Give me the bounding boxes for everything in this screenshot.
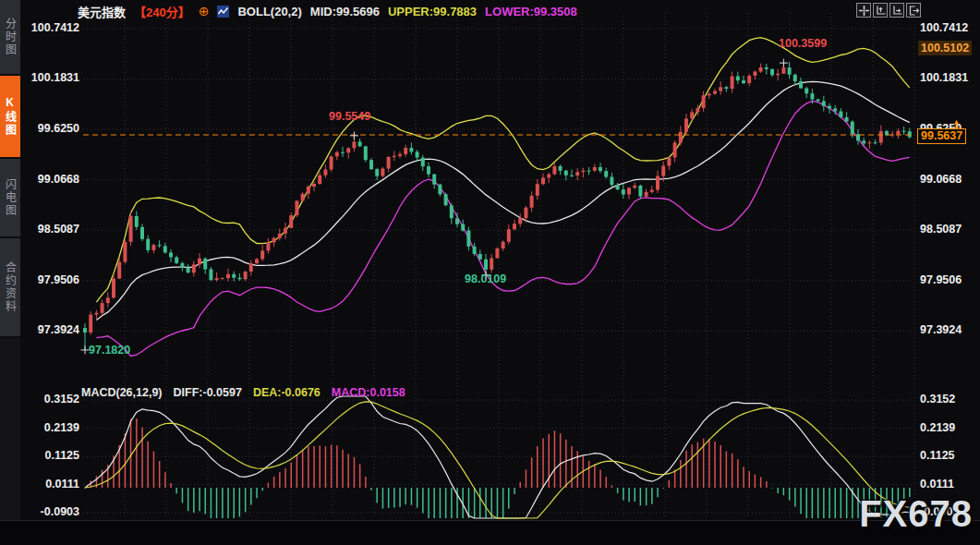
macd-tick-right: 0.1125 <box>920 449 977 463</box>
extreme-price-label: 98.0109 <box>465 272 506 285</box>
sidebar-tab-2[interactable]: K线图 <box>0 76 20 159</box>
exit-chart-icon[interactable] <box>906 3 921 18</box>
chart-header: 美元指数 【240分】 ⊕ BOLL(20,2) MID:99.5696 UPP… <box>78 3 577 20</box>
sidebar-tab-4[interactable]: 合约资料 <box>0 238 20 338</box>
boll-upper-value: UPPER:99.7883 <box>388 5 477 18</box>
scale-y-axis-icon[interactable] <box>873 3 888 18</box>
symbol-name: 美元指数 <box>78 3 126 20</box>
timeframe-label[interactable]: 【240分】 <box>134 3 190 20</box>
y-tick-left: 100.7412 <box>22 21 79 35</box>
y-tick-right: 100.1831 <box>920 71 977 85</box>
macd-diff-value: DIFF:-0.0597 <box>174 386 242 399</box>
y-tick-left: 97.9506 <box>22 273 79 287</box>
y-tick-left: 99.0668 <box>22 173 79 187</box>
macd-tick-right: 0.0111 <box>920 478 977 491</box>
add-indicator-icon[interactable]: ⊕ <box>199 6 210 18</box>
sidebar-tab-3[interactable]: 闪电图 <box>0 159 20 238</box>
macd-tick-left: 0.1125 <box>22 449 79 463</box>
boll-lower-value: LOWER:99.3508 <box>485 5 577 18</box>
macd-tick-left: 0.2139 <box>22 421 79 435</box>
macd-tick-left: 0.3152 <box>22 393 79 406</box>
extreme-price-label: 100.3599 <box>779 37 827 50</box>
extreme-price-label: 99.5549 <box>329 110 370 123</box>
x-axis-bar: 240分 ▲ 09/2510/0310/2210/3111/10 2025/10… <box>0 520 980 545</box>
scale-x-axis-icon[interactable] <box>889 3 904 18</box>
y-tick-right: 100.7412 <box>920 21 977 35</box>
y-tick-right: 97.9506 <box>920 273 977 287</box>
crosshair-icon[interactable] <box>856 3 871 18</box>
y-tick-left: 99.6250 <box>22 122 79 136</box>
macd-hist-value: MACD:0.0158 <box>332 386 405 399</box>
session-high-badge: 100.5102 <box>918 41 972 55</box>
macd-tick-right: 0.2139 <box>920 421 977 435</box>
boll-mid-value: MID:99.5696 <box>310 5 380 18</box>
y-tick-right: 97.3924 <box>920 323 977 337</box>
macd-header: MACD(26,12,9) DIFF:-0.0597 DEA:-0.0676 M… <box>81 386 405 399</box>
y-tick-right: 99.0668 <box>920 173 977 187</box>
macd-dea-value: DEA:-0.0676 <box>253 386 321 399</box>
trading-app-window: 分时图K线图闪电图合约资料 美元指数 【240分】 ⊕ BOLL(20,2) M… <box>0 0 980 545</box>
sidebar-tab-1[interactable]: 分时图 <box>0 0 20 76</box>
last-price-badge: 99.5637 <box>917 128 966 144</box>
y-tick-left: 97.3924 <box>22 323 79 337</box>
chart-type-sidebar: 分时图K线图闪电图合约资料 <box>0 0 20 520</box>
chart-style-icon[interactable] <box>217 6 229 18</box>
y-tick-right: 98.5087 <box>920 223 977 236</box>
macd-tick-left: -0.0903 <box>22 505 79 519</box>
scroll-to-latest-marker[interactable]: ▲ <box>952 117 961 127</box>
y-tick-left: 100.1831 <box>22 71 79 85</box>
chart-toolbar <box>856 3 921 18</box>
macd-tick-right: 0.3152 <box>920 393 977 406</box>
macd-tick-left: 0.0111 <box>22 478 79 491</box>
boll-indicator-label: BOLL(20,2) <box>237 5 301 18</box>
extreme-price-label: 97.1820 <box>89 344 130 357</box>
macd-indicator-label: MACD(26,12,9) <box>81 386 163 399</box>
fx678-watermark: FX678 <box>859 493 973 535</box>
y-tick-left: 98.5087 <box>22 223 79 236</box>
